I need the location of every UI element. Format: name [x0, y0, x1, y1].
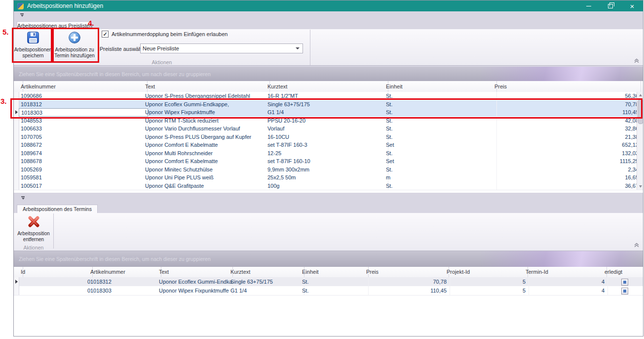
- grid-cell-preis[interactable]: 1115,25: [492, 157, 642, 166]
- grid-cell-id[interactable]: 0: [19, 277, 94, 286]
- grid-cell-text[interactable]: Uponor Wipex Fixpunktmuffe: [157, 286, 233, 295]
- grid-cell-kurztext[interactable]: 16-R 1/2"MT: [265, 92, 388, 100]
- grid-cell-artikelnummer[interactable]: 1005269: [19, 166, 148, 174]
- grid-cell-einheit[interactable]: St.: [384, 100, 497, 109]
- grid-cell-text[interactable]: Uponor S-Press Übergangsnippel Edelstahl: [143, 92, 270, 100]
- pricelist-combobox[interactable]: Neue Preisliste: [140, 43, 303, 53]
- grid-cell-text[interactable]: Uponor Minitec Schutzhülse: [143, 166, 270, 174]
- table-row[interactable]: 1090686Uponor S-Press Übergangsnippel Ed…: [14, 92, 643, 101]
- grid-cell-artikelnummer[interactable]: 1089674: [19, 149, 148, 158]
- grid-cell-artikelnummer[interactable]: 1018303: [19, 108, 148, 117]
- close-button[interactable]: ×: [621, 0, 643, 11]
- column-header-einheit[interactable]: Einheit: [300, 267, 369, 277]
- grid-cell-artikelnummer[interactable]: 1059581: [19, 173, 148, 182]
- grid-cell-einheit[interactable]: St.: [384, 125, 497, 133]
- add-workposition-to-termin-button[interactable]: Arbeitsposition zuTermin hinzufügen: [53, 31, 96, 59]
- minimize-button[interactable]: [578, 0, 600, 11]
- grid-cell-artikelnummer[interactable]: 1005017: [19, 182, 148, 190]
- grid-cell-einheit[interactable]: St.: [384, 149, 497, 158]
- table-row[interactable]: 1070705Uponor S-Press PLUS Übergang auf …: [14, 133, 643, 142]
- column-header-artikelnummer[interactable]: Artikelnummer: [19, 81, 148, 92]
- erledigt-checkbox-icon[interactable]: [621, 288, 628, 295]
- grid-cell-preis[interactable]: 70,78: [492, 100, 642, 109]
- grid-cell-text[interactable]: Uponor Wipex Fixpunktmuffe: [143, 108, 270, 117]
- grid-cell-preis[interactable]: 21,38: [492, 133, 642, 141]
- maximize-button[interactable]: [600, 0, 621, 11]
- table-row[interactable]: 01018303Uponor Wipex FixpunktmuffeG1 1/4…: [14, 286, 643, 296]
- grid-cell-einheit[interactable]: St.: [384, 133, 497, 141]
- table-row[interactable]: 1088672Uponor Comfort E Kabelmatteset T-…: [14, 141, 643, 150]
- grid-cell-einheit[interactable]: Set: [384, 157, 497, 166]
- table-row[interactable]: 01018312Uponor Ecoflex Gummi-Endkap...Si…: [14, 277, 643, 287]
- grid-cell-artikelnummer[interactable]: 1006633: [19, 125, 148, 133]
- column-header-projekt-id[interactable]: Projekt-Id: [445, 267, 528, 277]
- grid-cell-kurztext[interactable]: set T-87IF 160-3: [265, 141, 388, 149]
- table-row[interactable]: 1018312Uponor Ecoflex Gummi-Endkappe,Sin…: [14, 100, 643, 109]
- scrollbar-thumb[interactable]: [638, 99, 643, 124]
- grid-cell-kurztext[interactable]: G1 1/4: [265, 108, 388, 117]
- duplicate-artikelnummer-checkbox[interactable]: ✓ Artikelnummerdopplung beim Einfügen er…: [102, 31, 227, 38]
- scroll-down-icon[interactable]: [637, 183, 643, 190]
- table-row[interactable]: 1018303Uponor Wipex FixpunktmuffeG1 1/4S…: [14, 108, 643, 117]
- grid-cell-text[interactable]: Uponor Multi Rohrschneider: [143, 149, 270, 158]
- grid-cell-erledigt[interactable]: [603, 286, 643, 295]
- grid-cell-text[interactable]: Uponor Uni Pipe PLUS weiß: [143, 173, 270, 182]
- grid-cell-artikelnummer[interactable]: 1088678: [19, 157, 148, 166]
- grid-cell-text[interactable]: Uponor Ecoflex Gummi-Endkappe,: [143, 100, 270, 109]
- table-row[interactable]: 1088678Uponor Comfort E Kabelmatteset T-…: [14, 157, 643, 166]
- grid-cell-einheit[interactable]: St.: [384, 108, 497, 117]
- grid-cell-preis[interactable]: 32,86: [492, 125, 642, 133]
- grid-cell-artikelnummer[interactable]: 1090686: [19, 92, 148, 100]
- grid-cell-preis[interactable]: 16,65: [492, 173, 642, 182]
- grid-cell-preis[interactable]: 110,45: [492, 108, 642, 117]
- grid-cell-text[interactable]: Uponor Ecoflex Gummi-Endkap...: [157, 277, 233, 286]
- table-row[interactable]: 1005017Uponor Q&E Grafitpaste100gSt.36,6…: [14, 182, 643, 191]
- table-row[interactable]: 1089674Uponor Multi Rohrschneider12-25St…: [14, 149, 643, 158]
- grid-cell-kurztext[interactable]: 12-25: [265, 149, 388, 158]
- column-header-termin-id[interactable]: Termin-Id: [524, 267, 607, 277]
- grid-cell-einheit[interactable]: St.: [384, 166, 497, 174]
- grid-cell-kurztext[interactable]: 100g: [265, 182, 388, 190]
- grid-cell-text[interactable]: Uponor Comfort E Kabelmatte: [143, 141, 270, 149]
- grid-cell-text[interactable]: Uponor RTM T-Stück reduziert: [143, 117, 270, 125]
- grid-cell-kurztext[interactable]: Single 63+75/175: [265, 100, 388, 109]
- scroll-up-icon[interactable]: [637, 92, 643, 98]
- column-header-text[interactable]: Text: [157, 267, 233, 277]
- grid-cell-kurztext[interactable]: set T-87IF 160-10: [265, 157, 388, 166]
- grid-cell-artikelnummer[interactable]: 1018303: [88, 286, 161, 295]
- grid-cell-kurztext[interactable]: Single 63+75/175: [228, 277, 304, 286]
- grid-cell-artikelnummer[interactable]: 1070705: [19, 133, 148, 141]
- table-row[interactable]: 1059581Uponor Uni Pipe PLUS weiß25x2,5 5…: [14, 173, 643, 182]
- grid-cell-artikelnummer[interactable]: 1018312: [88, 277, 161, 286]
- grid-cell-projekt-id[interactable]: 5: [445, 277, 529, 286]
- grid-cell-preis[interactable]: 110,45: [364, 286, 450, 295]
- grid-cell-erledigt[interactable]: [603, 277, 643, 286]
- erledigt-checkbox-icon[interactable]: [621, 279, 628, 286]
- grid-cell-preis[interactable]: 36,67: [492, 182, 642, 190]
- tab-arbeitspositionen-des-termins[interactable]: Arbeitspositionen des Termins: [17, 205, 98, 213]
- grid-cell-einheit[interactable]: St.: [384, 117, 497, 125]
- save-workpositions-button[interactable]: Arbeitspositionenspeichern: [15, 31, 51, 59]
- grid-cell-text[interactable]: Uponor Q&E Grafitpaste: [143, 182, 270, 190]
- column-header-kurztext[interactable]: Kurztext: [228, 267, 304, 277]
- grid-cell-preis[interactable]: 70,78: [364, 277, 450, 286]
- collapse-ribbon2-icon[interactable]: [634, 243, 640, 248]
- grid-cell-termin-id[interactable]: 4: [524, 277, 608, 286]
- grid-cell-einheit[interactable]: m: [384, 173, 497, 182]
- grid-cell-kurztext[interactable]: 9,9mm 300x2mm: [265, 166, 388, 174]
- grid-cell-projekt-id[interactable]: 5: [445, 286, 529, 295]
- grid-cell-kurztext[interactable]: 16-10CU: [265, 133, 388, 141]
- grid-cell-artikelnummer[interactable]: 1048553: [19, 117, 148, 125]
- column-header-text[interactable]: Text: [143, 81, 270, 92]
- grid-cell-preis[interactable]: 2,34: [492, 166, 642, 174]
- grid-cell-preis[interactable]: 132,03: [492, 149, 642, 158]
- grid-cell-preis[interactable]: 56,36: [492, 92, 642, 100]
- ribbon-quick-access-arrow-icon[interactable]: [20, 13, 24, 17]
- grid-cell-id[interactable]: 0: [19, 286, 94, 295]
- column-header-preis[interactable]: Preis: [364, 267, 449, 277]
- tab-arbeitspositionen-aus-preislisten[interactable]: Arbeitspositionen aus Preislisten: [17, 21, 92, 29]
- grid-cell-kurztext[interactable]: 25x2,5 50m: [265, 173, 388, 182]
- grid-cell-einheit[interactable]: St.: [300, 277, 369, 286]
- column-header-preis[interactable]: Preis: [492, 81, 641, 92]
- remove-workposition-button[interactable]: Arbeitspositionentfernen: [15, 215, 52, 244]
